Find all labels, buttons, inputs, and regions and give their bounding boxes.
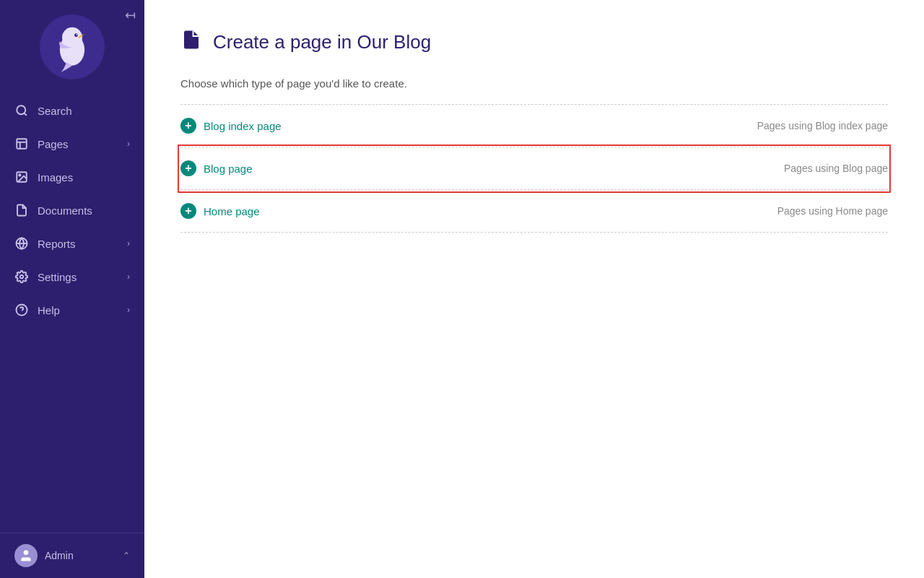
list-item-blog-page: + Blog page Pages using Blog page <box>180 147 888 190</box>
svg-point-5 <box>17 105 25 114</box>
add-blog-page-icon[interactable]: + <box>180 160 196 176</box>
list-item-left-blog: + Blog page <box>180 160 253 176</box>
page-header: Create a page in Our Blog <box>180 29 888 56</box>
chevron-right-icon-help: › <box>127 305 130 315</box>
home-page-usage-label: Pages using Home page <box>777 205 888 217</box>
blog-index-page-link[interactable]: Blog index page <box>204 120 282 132</box>
pages-icon <box>14 137 29 151</box>
sidebar-item-label-search: Search <box>38 105 130 117</box>
sidebar-item-documents[interactable]: Documents <box>0 194 144 227</box>
list-item-home: + Home page Pages using Home page <box>180 190 888 233</box>
svg-point-14 <box>20 275 24 279</box>
documents-icon <box>14 203 29 217</box>
svg-rect-7 <box>17 139 27 149</box>
chevron-right-icon-reports: › <box>127 238 130 249</box>
search-icon <box>14 103 29 118</box>
sidebar-item-reports[interactable]: Reports › <box>0 227 144 260</box>
page-type-list: + Blog index page Pages using Blog index… <box>180 104 888 233</box>
chevron-right-icon-settings: › <box>127 272 130 282</box>
list-item-left: + Blog index page <box>180 118 282 134</box>
sidebar-item-search[interactable]: Search <box>0 94 144 127</box>
sidebar-item-label-images: Images <box>38 171 130 184</box>
sidebar-item-label-documents: Documents <box>38 204 130 217</box>
svg-point-3 <box>74 33 78 37</box>
sidebar: ↤ <box>0 0 144 578</box>
page-document-icon <box>180 29 202 56</box>
avatar <box>14 544 38 567</box>
sidebar-item-settings[interactable]: Settings › <box>0 260 144 293</box>
help-icon <box>14 303 29 317</box>
logo <box>40 14 105 79</box>
list-item-blog-index: + Blog index page Pages using Blog index… <box>180 105 888 147</box>
home-page-link[interactable]: Home page <box>204 205 260 217</box>
svg-point-11 <box>19 174 20 176</box>
chevron-up-icon: ⌃ <box>123 551 130 561</box>
add-home-page-icon[interactable]: + <box>180 203 196 219</box>
user-name: Admin <box>45 550 116 561</box>
svg-line-6 <box>24 113 26 115</box>
sidebar-navigation: Search Pages › Images <box>0 87 144 532</box>
chevron-right-icon: › <box>127 139 130 149</box>
sidebar-item-label-settings: Settings <box>38 271 118 283</box>
title-context: Our Blog <box>357 31 431 53</box>
add-blog-index-icon[interactable]: + <box>180 118 196 134</box>
sidebar-item-label-help: Help <box>38 304 118 316</box>
reports-icon <box>14 236 29 251</box>
subtitle: Choose which type of page you'd like to … <box>180 77 888 90</box>
images-icon <box>14 170 29 184</box>
sidebar-item-label-reports: Reports <box>38 238 118 250</box>
sidebar-item-label-pages: Pages <box>38 138 118 150</box>
sidebar-item-help[interactable]: Help › <box>0 293 144 327</box>
svg-point-17 <box>24 551 29 556</box>
sidebar-item-images[interactable]: Images <box>0 160 144 194</box>
blog-page-link[interactable]: Blog page <box>204 163 253 175</box>
user-menu[interactable]: Admin ⌃ <box>0 532 144 578</box>
page-title: Create a page in Our Blog <box>213 31 431 53</box>
logo-icon <box>47 22 97 72</box>
svg-point-4 <box>76 34 77 35</box>
blog-page-usage-label: Pages using Blog page <box>784 163 888 174</box>
sidebar-item-pages[interactable]: Pages › <box>0 127 144 160</box>
sidebar-header: ↤ <box>0 0 144 87</box>
title-prefix: Create a page in <box>213 31 352 53</box>
list-item-left-home: + Home page <box>180 203 260 219</box>
collapse-sidebar-button[interactable]: ↤ <box>125 7 136 23</box>
blog-index-usage-label: Pages using Blog index page <box>757 120 888 131</box>
main-content: Create a page in Our Blog Choose which t… <box>144 0 924 578</box>
settings-icon <box>14 269 29 284</box>
